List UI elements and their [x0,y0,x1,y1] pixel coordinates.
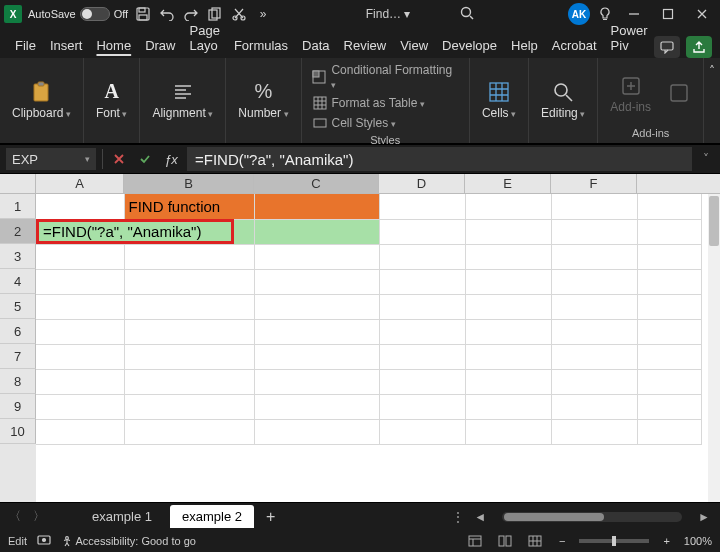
zoom-slider[interactable] [579,539,649,543]
cell-c7[interactable] [254,344,379,369]
new-sheet-button[interactable]: + [260,508,281,526]
search-icon[interactable] [460,6,474,23]
cell-e1[interactable] [465,194,551,219]
cell-f3[interactable] [551,244,637,269]
cell-f10[interactable] [551,419,637,444]
select-all-corner[interactable] [0,174,36,193]
tab-home[interactable]: Home [89,33,138,58]
cell-e5[interactable] [465,294,551,319]
cell-e6[interactable] [465,319,551,344]
font-button[interactable]: A Font [92,78,132,122]
cell-a4[interactable] [36,269,124,294]
macro-record-icon[interactable] [37,533,51,549]
editing-button[interactable]: Editing [537,78,589,122]
close-button[interactable] [688,2,716,26]
cell-a7[interactable] [36,344,124,369]
cell-g1[interactable] [637,194,701,219]
cell-c5[interactable] [254,294,379,319]
zoom-out-button[interactable]: − [555,535,569,547]
row-header-2[interactable]: 2 [0,219,36,244]
row-header-4[interactable]: 4 [0,269,36,294]
cell-a3[interactable] [36,244,124,269]
insert-function-button[interactable]: ƒx [161,148,181,170]
user-avatar[interactable]: AK [568,3,590,25]
cell-d6[interactable] [379,319,465,344]
hscroll-right[interactable]: ► [694,510,714,524]
tab-view[interactable]: View [393,33,435,58]
cell-c3[interactable] [254,244,379,269]
col-header-c[interactable]: C [254,174,379,193]
row-header-3[interactable]: 3 [0,244,36,269]
row-header-5[interactable]: 5 [0,294,36,319]
cell-a6[interactable] [36,319,124,344]
ribbon-collapse-button[interactable]: ˄ [704,58,720,143]
comments-button[interactable] [654,36,680,58]
cell-b10[interactable] [124,419,254,444]
cell-e2[interactable] [465,219,551,244]
tab-help[interactable]: Help [504,33,545,58]
autosave-switch[interactable] [80,7,110,21]
zoom-level[interactable]: 100% [684,535,712,547]
formula-cancel-button[interactable] [109,148,129,170]
cell-e3[interactable] [465,244,551,269]
horizontal-scrollbar[interactable] [502,512,682,522]
tab-file[interactable]: File [8,33,43,58]
cell-d4[interactable] [379,269,465,294]
cell-c10[interactable] [254,419,379,444]
cell-a10[interactable] [36,419,124,444]
formula-input[interactable]: =FIND("?a", "Anamika") [187,147,692,171]
cell-g4[interactable] [637,269,701,294]
maximize-button[interactable] [654,2,682,26]
cell-styles-button[interactable]: Cell Styles [310,114,461,132]
cell-c4[interactable] [254,269,379,294]
cell-c8[interactable] [254,369,379,394]
cell-b3[interactable] [124,244,254,269]
cell-g3[interactable] [637,244,701,269]
cell-d3[interactable] [379,244,465,269]
qat-overflow-icon[interactable]: » [254,5,272,23]
cell-g6[interactable] [637,319,701,344]
col-header-a[interactable]: A [36,174,124,193]
view-normal-icon[interactable] [465,533,485,549]
cell-d8[interactable] [379,369,465,394]
col-header-d[interactable]: D [379,174,465,193]
cell-d2[interactable] [379,219,465,244]
cell-e4[interactable] [465,269,551,294]
zoom-in-button[interactable]: + [659,535,673,547]
tab-acrobat[interactable]: Acrobat [545,33,604,58]
cell-f8[interactable] [551,369,637,394]
cells-button[interactable]: Cells [478,78,520,122]
save-icon[interactable] [134,5,152,23]
tab-data[interactable]: Data [295,33,336,58]
tab-formulas[interactable]: Formulas [227,33,295,58]
cell-g7[interactable] [637,344,701,369]
view-page-layout-icon[interactable] [495,533,515,549]
cell-e8[interactable] [465,369,551,394]
cell-f5[interactable] [551,294,637,319]
cell-f9[interactable] [551,394,637,419]
alignment-button[interactable]: Alignment [148,78,217,122]
cell-a9[interactable] [36,394,124,419]
cell-e9[interactable] [465,394,551,419]
sheet-bar-options-icon[interactable]: ⋮ [452,510,464,524]
cell-a5[interactable] [36,294,124,319]
cell-c1[interactable] [254,194,379,219]
autosave-toggle[interactable]: AutoSave Off [28,7,128,21]
cell-g10[interactable] [637,419,701,444]
cell-d5[interactable] [379,294,465,319]
cell-f1[interactable] [551,194,637,219]
col-header-f[interactable]: F [551,174,637,193]
hscroll-left[interactable]: ◄ [470,510,490,524]
sheet-nav-prev[interactable]: 〈 [6,508,24,525]
cell-f2[interactable] [551,219,637,244]
sheet-tab-example-2[interactable]: example 2 [170,505,254,528]
formula-enter-button[interactable] [135,148,155,170]
active-cell-editor[interactable]: =FIND("?a", "Anamika") [36,219,234,244]
tab-insert[interactable]: Insert [43,33,90,58]
tab-draw[interactable]: Draw [138,33,182,58]
cut-icon[interactable] [230,5,248,23]
row-header-10[interactable]: 10 [0,419,36,444]
cell-f4[interactable] [551,269,637,294]
conditional-formatting-button[interactable]: Conditional Formatting [310,62,461,92]
cell-a1[interactable] [36,194,124,219]
